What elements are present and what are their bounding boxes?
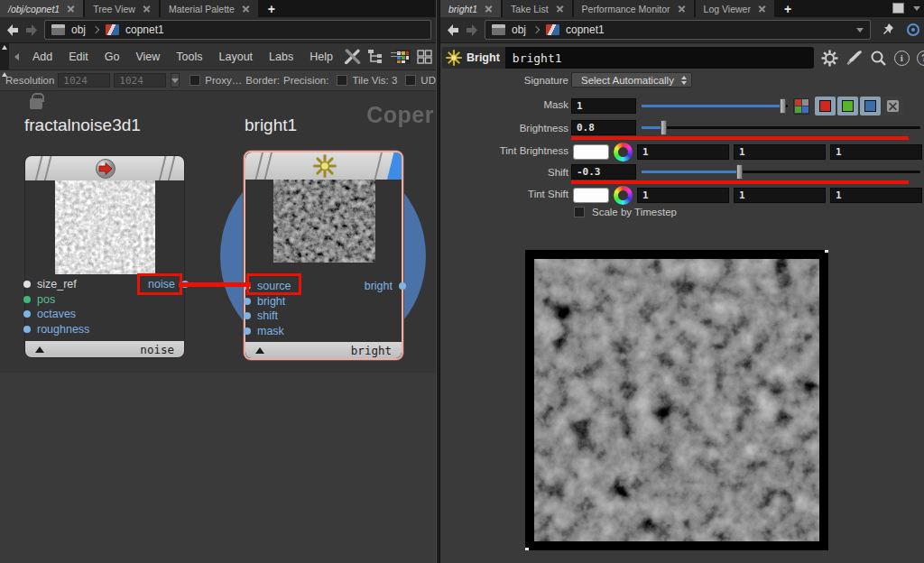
menu-help[interactable]: Help	[301, 48, 341, 66]
blue-plane-toggle[interactable]	[860, 97, 881, 115]
color-wheel-icon[interactable]	[614, 186, 633, 205]
udim-checkbox[interactable]	[405, 75, 416, 86]
node-footer[interactable]: noise	[25, 341, 184, 357]
node-fractalnoise3d1[interactable]: size_ref noise pos octaves roughness	[24, 155, 185, 358]
input-label[interactable]: roughness	[37, 323, 89, 336]
input-dot-shift[interactable]	[244, 312, 251, 319]
path-breadcrumb[interactable]: obj copnet1	[44, 20, 431, 40]
green-plane-toggle[interactable]	[837, 97, 858, 115]
tools-wrench-icon[interactable]	[344, 49, 361, 64]
tint-shift-b-field[interactable]	[830, 188, 922, 203]
tab-performance-monitor[interactable]: Performance Monitor	[574, 0, 694, 17]
resolution-y-field[interactable]	[114, 73, 166, 88]
signature-dropdown[interactable]: Select Automatically	[571, 72, 692, 88]
close-icon[interactable]	[243, 5, 250, 13]
breadcrumb-copnet1[interactable]: copnet1	[566, 23, 850, 36]
network-graph-canvas[interactable]: Coper fractalnoise3d1 bright1	[0, 91, 436, 563]
color-wheel-icon[interactable]	[614, 143, 633, 162]
tab-log-viewer[interactable]: Log Viewer	[696, 0, 774, 17]
template-flag-stripe[interactable]	[387, 152, 402, 180]
breadcrumb-obj[interactable]: obj	[71, 23, 86, 36]
input-label[interactable]: pos	[37, 293, 55, 306]
brightness-slider[interactable]	[642, 120, 920, 135]
close-icon[interactable]	[557, 5, 564, 13]
node-title-bright1[interactable]: bright1	[245, 115, 297, 135]
grid-view-icon[interactable]	[417, 50, 432, 64]
node-header[interactable]	[245, 152, 402, 180]
input-label[interactable]: shift	[257, 309, 278, 322]
input-dot-size_ref[interactable]	[23, 281, 31, 288]
back-arrow-icon[interactable]	[5, 23, 20, 37]
expand-triangle-icon[interactable]	[255, 347, 264, 354]
pane-handle[interactable]	[0, 43, 9, 69]
input-dot-octaves[interactable]	[23, 310, 31, 318]
tint-shift-r-field[interactable]	[637, 188, 729, 203]
node-type-badge[interactable]: Bright	[442, 47, 505, 69]
breadcrumb-copnet1[interactable]: copnet1	[125, 23, 164, 36]
input-dot-bright[interactable]	[244, 298, 251, 305]
menu-layout[interactable]: Layout	[211, 48, 262, 66]
tab-take-list[interactable]: Take List	[503, 0, 571, 17]
plane-colors-icon[interactable]	[793, 98, 809, 115]
pane-menu-dropdown-icon[interactable]	[913, 6, 920, 11]
tint-shift-g-field[interactable]	[734, 188, 826, 203]
tint-shift-swatch[interactable]	[573, 188, 609, 203]
search-icon[interactable]	[870, 50, 887, 67]
input-dot-pos[interactable]	[23, 296, 31, 303]
close-icon[interactable]	[485, 5, 493, 13]
node-title-fractalnoise3d1[interactable]: fractalnoise3d1	[24, 115, 141, 135]
resolution-dropdown[interactable]	[171, 73, 180, 88]
menu-edit[interactable]: Edit	[60, 48, 97, 66]
tab-material-palette[interactable]: Material Palette	[161, 0, 258, 17]
breadcrumb-obj[interactable]: obj	[512, 23, 526, 36]
output-label-bright[interactable]: bright	[365, 279, 393, 294]
input-dot-roughness[interactable]	[23, 326, 31, 333]
resolution-x-field[interactable]	[58, 73, 110, 88]
proxy-checkbox[interactable]	[189, 75, 200, 86]
new-tab-button[interactable]: +	[776, 0, 799, 17]
menu-labs[interactable]: Labs	[261, 48, 301, 66]
scale-by-timestep-checkbox[interactable]	[574, 207, 585, 217]
spinner-icon[interactable]	[681, 76, 687, 85]
node-footer[interactable]: bright	[245, 342, 402, 358]
precision-checkbox[interactable]	[337, 75, 347, 86]
close-icon[interactable]	[759, 5, 766, 13]
node-header[interactable]	[25, 156, 184, 180]
brightness-value-field[interactable]	[571, 120, 636, 135]
forward-arrow-icon[interactable]	[465, 23, 480, 37]
tree-hierarchy-icon[interactable]	[367, 50, 383, 64]
menu-add[interactable]: Add	[24, 48, 60, 66]
radial-menu-icon[interactable]	[907, 23, 919, 36]
shift-slider[interactable]	[642, 164, 920, 180]
menu-tools[interactable]: Tools	[168, 48, 210, 66]
new-tab-button[interactable]: +	[260, 0, 283, 17]
red-plane-toggle[interactable]	[815, 97, 836, 115]
output-dot-bright[interactable]	[399, 282, 406, 290]
tab-bright1[interactable]: bright1	[440, 0, 501, 17]
input-label[interactable]: mask	[257, 325, 284, 337]
tab-tree-view[interactable]: Tree View	[85, 0, 159, 17]
input-dot-mask[interactable]	[244, 328, 251, 335]
input-label[interactable]: size_ref	[37, 278, 77, 291]
expand-triangle-icon[interactable]	[35, 346, 44, 353]
gear-icon[interactable]	[821, 50, 838, 67]
info-icon[interactable]: i	[894, 51, 910, 66]
close-icon[interactable]	[68, 5, 75, 13]
help-icon[interactable]: ?	[917, 51, 924, 66]
mask-slider[interactable]	[642, 98, 788, 114]
tint-brightness-g-field[interactable]	[734, 144, 826, 160]
back-arrow-icon[interactable]	[445, 23, 460, 37]
input-label[interactable]: octaves	[37, 308, 76, 320]
tint-brightness-swatch[interactable]	[573, 144, 609, 160]
path-dropdown-icon[interactable]	[856, 28, 864, 32]
menu-scroll-left-icon[interactable]	[14, 53, 19, 60]
mask-value-field[interactable]	[571, 98, 636, 114]
tint-brightness-r-field[interactable]	[637, 144, 729, 160]
path-breadcrumb[interactable]: obj copnet1	[485, 20, 871, 40]
alpha-plane-toggle[interactable]	[882, 97, 903, 115]
close-icon[interactable]	[679, 5, 686, 13]
brush-icon[interactable]	[845, 50, 863, 67]
pane-maximize-button[interactable]	[892, 3, 904, 14]
tint-brightness-b-field[interactable]	[830, 144, 922, 160]
menu-go[interactable]: Go	[97, 48, 128, 66]
